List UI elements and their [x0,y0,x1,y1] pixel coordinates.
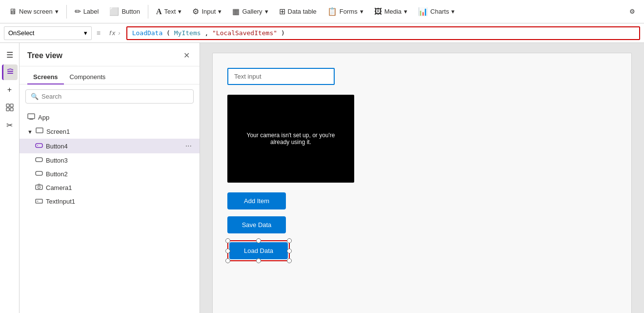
camera-message: Your camera isn't set up, or you're alre… [227,132,354,146]
camera1-label: Camera1 [46,184,192,191]
text-icon: A [156,7,162,16]
hamburger-button[interactable]: ☰ [2,47,18,63]
forms-button[interactable]: 📋 Forms ▾ [322,4,368,19]
svg-rect-2 [6,104,9,107]
tree-item-button3[interactable]: Button3 [20,153,200,167]
textinput1-label: TextInput1 [46,198,192,205]
gallery-button[interactable]: ▦ Gallery ▾ [227,4,273,19]
property-chevron: ▾ [84,29,87,37]
button4-more[interactable]: ··· [185,142,192,150]
divider-2 [148,5,148,19]
components-icon [6,104,14,111]
load-data-button[interactable]: Load Data [229,242,288,259]
svg-rect-9 [36,144,42,147]
search-input[interactable] [41,93,188,100]
button-svg-icon [35,143,43,148]
formula-content: LoadData ( MyItems , "LocalSavedItems" ) [132,29,285,37]
svg-rect-3 [10,104,13,107]
tree-view-title: Tree view [27,51,62,60]
save-data-button[interactable]: Save Data [227,216,286,233]
label-label: Label [83,8,99,15]
canvas-area: Text input Your camera isn't set up, or … [200,43,644,313]
charts-chevron: ▾ [451,8,455,15]
data-table-label: Data table [288,8,317,15]
screen1-label: Screen1 [46,128,192,135]
tree-item-textinput1[interactable]: TextInput1 [20,194,200,208]
formula-param1: MyItems [174,29,201,37]
screen-svg-icon [36,127,43,134]
tree-view-header: Tree view ✕ [20,43,200,66]
button-button[interactable]: ⬜ Button [104,4,145,19]
camera-svg-icon [35,184,43,190]
components-button[interactable] [2,100,18,115]
forms-chevron: ▾ [360,8,363,15]
new-screen-chevron: ▾ [55,8,59,15]
handle-br [287,258,292,263]
gallery-icon: ▦ [232,7,240,16]
media-button[interactable]: 🖼 Media ▾ [369,4,412,19]
tree-items-list: App ▼ Screen1 B [20,108,200,313]
text-button[interactable]: A Text ▾ [151,4,186,19]
main-toolbar: 🖥 New screen ▾ ✏ Label ⬜ Button A Text ▾… [0,0,644,23]
input-icon: ⚙ [192,7,199,16]
text-input-placeholder: Text input [234,73,262,80]
handle-tm [256,238,261,243]
button2-svg-icon [35,170,43,176]
tab-components[interactable]: Components [64,70,112,84]
input-label: Input [201,8,216,15]
formula-close-paren: ) [281,29,285,37]
formula-comma: , [204,29,212,37]
settings-icon: ⚙ [629,8,635,15]
button2-icon [35,170,43,178]
text-input-widget[interactable]: Text input [227,68,335,85]
tree-item-screen1[interactable]: ▼ Screen1 [20,125,200,139]
new-screen-button[interactable]: 🖥 New screen ▾ [4,4,63,19]
load-data-label: Load Data [244,247,273,254]
tools-button[interactable]: ✂ [2,117,18,133]
formula-input[interactable]: LoadData ( MyItems , "LocalSavedItems" ) [126,26,640,40]
camera1-icon [35,184,43,191]
button-label: Button [121,8,140,15]
add-button[interactable]: + [2,82,18,98]
handle-ml [225,249,230,253]
label-button[interactable]: ✏ Label [70,4,104,19]
tree-item-app[interactable]: App [20,110,200,125]
divider-1 [66,5,67,19]
svg-rect-11 [36,158,42,162]
charts-icon: 📊 [418,7,428,16]
button-icon: ⬜ [109,7,119,16]
forms-label: Forms [340,8,358,15]
input-button[interactable]: ⚙ Input ▾ [187,4,226,19]
handle-bl [225,258,230,263]
text-chevron: ▾ [178,8,181,15]
property-selector[interactable]: OnSelect ▾ [4,26,92,40]
button3-svg-icon [35,157,43,163]
add-item-button[interactable]: Add Item [227,192,286,209]
tree-close-button[interactable]: ✕ [181,49,192,62]
charts-button[interactable]: 📊 Charts ▾ [413,4,460,19]
button4-icon [35,142,43,150]
data-table-button[interactable]: ⊞ Data table [274,4,322,19]
property-value: OnSelect [8,29,34,37]
fx-indicator: fx › [105,29,124,37]
tree-item-button4[interactable]: Button4 ··· [20,139,200,153]
main-area: ☰ + ✂ Tree view ✕ Screens Compon [0,43,644,313]
equals-sign: = [94,29,103,37]
tab-screens[interactable]: Screens [27,70,64,84]
layers-button[interactable] [2,64,18,80]
textinput-svg-icon [35,199,43,204]
svg-rect-15 [36,199,42,203]
tree-search-box[interactable]: 🔍 [25,89,194,104]
tree-item-button2[interactable]: Button2 [20,167,200,181]
app-svg-icon [27,113,35,120]
add-item-label: Add Item [244,197,269,205]
screen1-icon [36,127,43,136]
textinput1-icon [35,197,43,205]
formula-function: LoadData [132,29,163,37]
button2-label: Button2 [46,170,192,178]
gallery-label: Gallery [242,8,262,15]
tree-item-camera1[interactable]: Camera1 [20,181,200,194]
formula-param2: "LocalSavedItems" [212,29,277,37]
settings-button[interactable]: ⚙ [624,5,640,18]
forms-icon: 📋 [327,7,337,16]
